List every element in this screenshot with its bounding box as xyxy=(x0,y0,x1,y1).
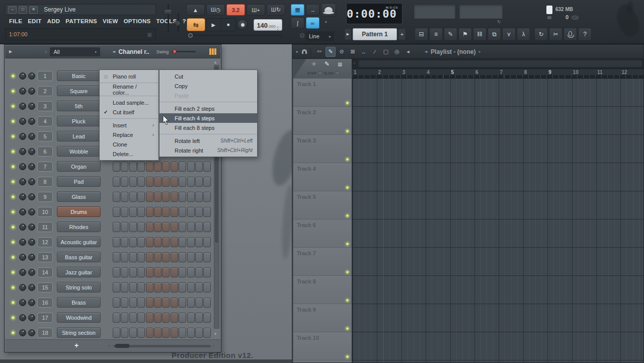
volume-knob[interactable] xyxy=(28,208,35,215)
channel-led[interactable] xyxy=(11,74,15,78)
mixer-toggle-icon[interactable]: ‖‖ xyxy=(473,28,487,41)
volume-knob[interactable] xyxy=(28,178,35,185)
step-cell[interactable] xyxy=(203,298,211,308)
volume-knob[interactable] xyxy=(28,163,35,170)
step-cell[interactable] xyxy=(129,252,137,262)
hscroll-left-arrow[interactable]: ‹ xyxy=(108,343,110,348)
plugin-picker-toggle-icon[interactable]: ⋎ xyxy=(502,28,516,41)
cut-tool-button-icon[interactable]: ✂ xyxy=(549,28,562,41)
channel-number[interactable]: 5 xyxy=(37,131,53,141)
step-cell[interactable] xyxy=(203,267,211,277)
master-volume-knob[interactable] xyxy=(164,9,172,15)
step-cell[interactable] xyxy=(171,162,178,172)
step-cell[interactable] xyxy=(195,177,203,187)
step-cell[interactable] xyxy=(137,192,145,202)
loop-record-icon[interactable]: Ш↻ xyxy=(267,4,285,16)
volume-knob[interactable] xyxy=(28,239,35,246)
step-cell[interactable] xyxy=(171,207,178,217)
step-cell[interactable] xyxy=(203,328,211,338)
menu-item-rotate-left[interactable]: Rotate leftShift+Ctrl+Left xyxy=(159,136,257,146)
slide-toggle[interactable] xyxy=(336,71,340,75)
step-cell[interactable] xyxy=(154,237,162,247)
step-cell[interactable] xyxy=(203,162,211,172)
step-cell[interactable] xyxy=(179,298,186,308)
step-cell[interactable] xyxy=(179,282,186,293)
step-cell[interactable] xyxy=(113,237,120,247)
playlist-track-track-2[interactable]: Track 2 xyxy=(293,107,352,135)
song-position-slider[interactable] xyxy=(187,35,282,36)
track-led[interactable] xyxy=(346,355,349,358)
track-led[interactable] xyxy=(346,129,349,133)
channel-number[interactable]: 3 xyxy=(37,101,53,111)
step-cell[interactable] xyxy=(154,192,162,202)
step-cell[interactable] xyxy=(121,282,128,293)
track-led[interactable] xyxy=(346,299,349,302)
pan-knob[interactable] xyxy=(19,208,26,215)
volume-knob[interactable] xyxy=(28,299,35,306)
rack-collapse-arrow[interactable]: ▶ xyxy=(9,49,12,54)
step-cell[interactable] xyxy=(187,177,195,187)
channel-button-string-solo[interactable]: String solo xyxy=(57,282,101,293)
step-cell[interactable] xyxy=(179,207,186,217)
channel-button-acoustic-guitar[interactable]: Acoustic guitar xyxy=(57,237,101,247)
record-button[interactable] xyxy=(237,19,248,30)
channel-filter-dropdown[interactable]: All ▸ xyxy=(50,47,100,56)
step-cell[interactable] xyxy=(171,282,178,293)
project-info-toggle-icon[interactable]: ⧉ xyxy=(488,28,501,41)
step-cell[interactable] xyxy=(121,237,128,247)
playlist-track-track-7[interactable]: Track 7 xyxy=(293,248,352,276)
playlist-track-track-1[interactable]: Track 1 xyxy=(293,79,352,107)
channel-button-jazz-guitar[interactable]: Jazz guitar xyxy=(57,267,101,277)
step-cell[interactable] xyxy=(137,237,145,247)
pattern-menu-arrow[interactable]: ▶ xyxy=(344,28,352,40)
channel-led[interactable] xyxy=(11,119,15,123)
step-cell[interactable] xyxy=(137,267,145,277)
channel-button-drums[interactable]: Drums xyxy=(57,206,101,217)
scroll-left-arrow[interactable]: ‹ xyxy=(354,60,355,65)
playlist-track-track-4[interactable]: Track 4 xyxy=(293,163,352,191)
master-volume-slider[interactable] xyxy=(168,4,169,32)
channel-number[interactable]: 13 xyxy=(37,252,53,262)
step-cell[interactable] xyxy=(195,192,203,202)
step-cell[interactable] xyxy=(129,298,137,308)
step-cell[interactable] xyxy=(203,222,211,232)
pan-knob[interactable] xyxy=(19,163,26,170)
step-cell[interactable] xyxy=(195,282,203,293)
swing-knob[interactable] xyxy=(173,49,177,54)
volume-knob[interactable] xyxy=(28,193,35,200)
playlist-track-track-10[interactable]: Track 10 xyxy=(293,332,352,360)
close-button[interactable]: ✕ xyxy=(29,6,38,14)
pan-knob[interactable] xyxy=(19,314,26,321)
step-cell[interactable] xyxy=(171,222,178,232)
step-cell[interactable] xyxy=(171,328,178,338)
channel-button-lead[interactable]: Lead xyxy=(57,131,101,141)
delete-tool-icon[interactable]: ⊘ xyxy=(337,47,347,57)
step-cell[interactable] xyxy=(162,207,170,217)
step-cell[interactable] xyxy=(162,267,170,277)
step-cell[interactable] xyxy=(154,162,162,172)
step-cell[interactable] xyxy=(187,222,195,232)
minimize-button[interactable]: – xyxy=(8,6,17,14)
step-cell[interactable] xyxy=(187,267,195,277)
channel-number[interactable]: 12 xyxy=(37,237,53,247)
step-cell[interactable] xyxy=(162,177,170,187)
step-cell[interactable] xyxy=(121,222,128,232)
step-cell[interactable] xyxy=(113,267,120,277)
center-button-icon[interactable]: ↻ xyxy=(534,28,548,41)
song-position-knob[interactable] xyxy=(188,33,193,38)
step-cell[interactable] xyxy=(171,252,178,262)
step-cell[interactable] xyxy=(146,298,153,308)
playlist-track-track-6[interactable]: Track 6 xyxy=(293,220,352,248)
slide-toggle[interactable]: ʃ xyxy=(291,17,304,29)
step-cell[interactable] xyxy=(137,222,145,232)
step-cell[interactable] xyxy=(146,177,153,187)
graph-mode-icon[interactable] xyxy=(209,48,216,55)
channel-led[interactable] xyxy=(11,285,15,289)
step-cell[interactable] xyxy=(113,252,120,262)
touch-keyboard-toggle-icon[interactable]: λ xyxy=(517,28,530,41)
step-cell[interactable] xyxy=(195,237,203,247)
menu-patterns[interactable]: PATTERNS xyxy=(65,18,97,24)
channel-led[interactable] xyxy=(11,331,15,335)
step-cell[interactable] xyxy=(187,192,195,202)
playlist-track-track-9[interactable]: Track 9 xyxy=(293,304,352,332)
